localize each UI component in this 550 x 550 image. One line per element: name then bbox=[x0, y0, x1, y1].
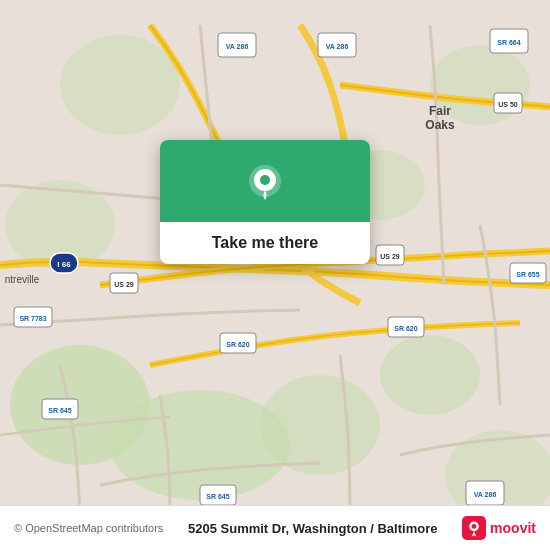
svg-point-2 bbox=[110, 390, 290, 500]
svg-text:Oaks: Oaks bbox=[425, 118, 455, 132]
svg-point-46 bbox=[472, 524, 477, 529]
moovit-logo: moovit bbox=[462, 516, 536, 540]
svg-text:US 29: US 29 bbox=[380, 253, 400, 260]
svg-text:VA 286: VA 286 bbox=[326, 43, 349, 50]
svg-text:SR 645: SR 645 bbox=[48, 407, 71, 414]
map: VA 286 VA 286 SR 664 I 66 US 29 US 29 US… bbox=[0, 0, 550, 550]
card-icon-area bbox=[160, 140, 370, 222]
svg-point-8 bbox=[60, 35, 180, 135]
take-me-there-button[interactable]: Take me there bbox=[212, 234, 318, 251]
svg-text:SR 620: SR 620 bbox=[226, 341, 249, 348]
map-background: VA 286 VA 286 SR 664 I 66 US 29 US 29 US… bbox=[0, 0, 550, 550]
svg-text:US 50: US 50 bbox=[498, 101, 518, 108]
svg-point-4 bbox=[380, 335, 480, 415]
moovit-text: moovit bbox=[490, 520, 536, 536]
copyright-text: © OpenStreetMap contributors bbox=[14, 522, 163, 534]
svg-text:VA 286: VA 286 bbox=[226, 43, 249, 50]
location-pin-icon bbox=[244, 162, 286, 204]
address-text: 5205 Summit Dr, Washington / Baltimore bbox=[171, 521, 454, 536]
take-me-there-card[interactable]: Take me there bbox=[160, 140, 370, 264]
card-button-area[interactable]: Take me there bbox=[160, 222, 370, 264]
svg-text:SR 664: SR 664 bbox=[497, 39, 520, 46]
bottom-bar: © OpenStreetMap contributors 5205 Summit… bbox=[0, 505, 550, 550]
svg-text:I 66: I 66 bbox=[57, 260, 71, 269]
svg-point-43 bbox=[260, 175, 270, 185]
svg-text:SR 7783: SR 7783 bbox=[19, 315, 46, 322]
svg-text:ntreville: ntreville bbox=[5, 274, 40, 285]
moovit-logo-icon bbox=[462, 516, 486, 540]
svg-text:SR 620: SR 620 bbox=[394, 325, 417, 332]
svg-text:SR 645: SR 645 bbox=[206, 493, 229, 500]
svg-text:VA 286: VA 286 bbox=[474, 491, 497, 498]
svg-text:Fair: Fair bbox=[429, 104, 451, 118]
svg-point-3 bbox=[260, 375, 380, 475]
svg-text:SR 655: SR 655 bbox=[516, 271, 539, 278]
svg-text:US 29: US 29 bbox=[114, 281, 134, 288]
